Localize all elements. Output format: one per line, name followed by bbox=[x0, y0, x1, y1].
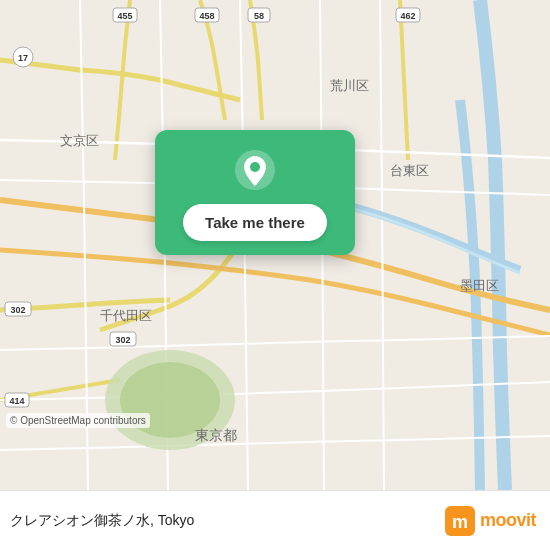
location-label: クレアシオン御茶ノ水, Tokyo bbox=[10, 512, 194, 530]
svg-text:302: 302 bbox=[10, 305, 25, 315]
svg-point-26 bbox=[250, 162, 260, 172]
map-pin-icon bbox=[233, 148, 277, 192]
svg-text:千代田区: 千代田区 bbox=[100, 308, 152, 323]
map-container: 文京区 荒川区 台東区 墨田区 千代田区 東京都 17 458 455 58 4… bbox=[0, 0, 550, 490]
svg-text:455: 455 bbox=[117, 11, 132, 21]
moovit-brand-text: moovit bbox=[480, 510, 536, 531]
svg-text:文京区: 文京区 bbox=[60, 133, 99, 148]
svg-text:58: 58 bbox=[254, 11, 264, 21]
map-attribution: © OpenStreetMap contributors bbox=[6, 413, 150, 428]
svg-text:東京都: 東京都 bbox=[195, 427, 237, 443]
location-card: Take me there bbox=[155, 130, 355, 255]
svg-text:458: 458 bbox=[199, 11, 214, 21]
svg-text:墨田区: 墨田区 bbox=[460, 278, 499, 293]
svg-text:414: 414 bbox=[9, 396, 24, 406]
moovit-logo-icon: m bbox=[445, 506, 475, 536]
moovit-logo: m moovit bbox=[445, 506, 536, 536]
svg-text:462: 462 bbox=[400, 11, 415, 21]
svg-text:荒川区: 荒川区 bbox=[330, 78, 369, 93]
svg-text:m: m bbox=[452, 512, 468, 532]
svg-text:302: 302 bbox=[115, 335, 130, 345]
take-me-there-button[interactable]: Take me there bbox=[183, 204, 327, 241]
bottom-bar: クレアシオン御茶ノ水, Tokyo m moovit bbox=[0, 490, 550, 550]
svg-text:17: 17 bbox=[18, 53, 28, 63]
svg-text:台東区: 台東区 bbox=[390, 163, 429, 178]
